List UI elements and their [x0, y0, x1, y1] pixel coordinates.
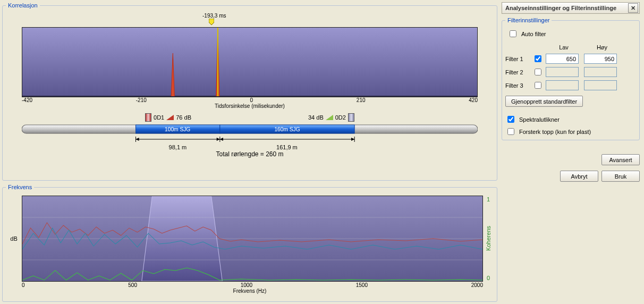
- filter2-check[interactable]: [534, 69, 542, 75]
- correlation-xlabel: Tidsforsinkelse (milisekunder): [22, 103, 478, 109]
- correlation-panel: Korrelasjon -193,3 ms: [2, 2, 497, 181]
- signal-strength-left-icon: [166, 115, 174, 120]
- freq-y-left: dB: [6, 235, 22, 242]
- signal-strength-right-icon: [326, 115, 333, 120]
- filter1-check[interactable]: [534, 55, 542, 62]
- close-button[interactable]: ✕: [628, 3, 638, 13]
- svg-marker-14: [217, 138, 220, 141]
- correlation-title: Korrelasjon: [6, 2, 40, 9]
- svg-marker-15: [220, 138, 223, 141]
- settings-titlebar: Analyseinnstillinger og Filterinnstillin…: [502, 2, 640, 14]
- filter1-label: Filter 1: [505, 56, 530, 62]
- svg-marker-13: [136, 138, 139, 141]
- apply-button[interactable]: Bruk: [601, 171, 640, 182]
- cancel-button[interactable]: Avbryt: [560, 171, 598, 182]
- svg-marker-5: [326, 115, 333, 120]
- filter3-high[interactable]: [584, 80, 617, 90]
- sensor-right-box-icon: [348, 113, 354, 122]
- frequency-panel: Frekvens dB: [2, 184, 497, 302]
- pipe-diagram: 100m SJG 160m SJG: [22, 124, 478, 134]
- filter3-label: Filter 3: [505, 82, 530, 89]
- restore-defaults-button[interactable]: Gjenopprett standardfilter: [505, 96, 583, 107]
- filter-settings-group: Filterinnstillinger Auto filter Lav Høy …: [502, 17, 640, 140]
- filter3-check[interactable]: [534, 82, 542, 89]
- frequency-title: Frekvens: [6, 184, 34, 190]
- filter2-label: Filter 2: [505, 69, 530, 75]
- filter1-high[interactable]: [584, 54, 617, 64]
- peak-marker-icon: [209, 19, 478, 25]
- sensor-left-db: 76 dB: [176, 114, 191, 121]
- sensor-left-id: 0D1: [154, 114, 164, 121]
- auto-filter-checkbox[interactable]: Auto filter: [507, 29, 636, 39]
- pipe-seg2: 160m SJG: [274, 126, 300, 132]
- svg-marker-0: [209, 19, 214, 25]
- sensor-left-box-icon: [145, 113, 151, 122]
- advanced-button[interactable]: Avansert: [601, 154, 640, 165]
- filter-grid: Lav Høy Filter 1 Filter 2 Filter 3: [505, 44, 636, 90]
- filter-group-title: Filterinnstillinger: [505, 17, 552, 23]
- svg-marker-16: [351, 138, 354, 141]
- dist-left: 98,1 m: [136, 144, 220, 150]
- filter2-low[interactable]: [546, 67, 579, 77]
- freq-xticks: 0 500 1000 1500 2000: [6, 282, 494, 288]
- sensor-row: 0D1 76 dB 34 dB 0D2: [22, 113, 478, 122]
- sensor-right-id: 0D2: [335, 114, 346, 121]
- freq-xlabel: Frekvens (Hz): [6, 288, 494, 294]
- svg-marker-4: [166, 115, 174, 120]
- correlation-xticks: -420 -210 0 210 420: [22, 97, 478, 103]
- total-length: Total rørlengde = 260 m: [22, 150, 478, 158]
- settings-title: Analyseinnstillinger og Filterinnstillin…: [505, 5, 616, 11]
- correlation-chart: [22, 27, 478, 97]
- high-header: Høy: [584, 44, 620, 50]
- spectral-equalizer-checkbox[interactable]: Spektralutlikner: [505, 114, 636, 124]
- filter2-high[interactable]: [584, 67, 617, 77]
- svg-rect-1: [22, 28, 477, 97]
- frequency-chart: [22, 196, 483, 282]
- pipe-seg1: 100m SJG: [165, 126, 190, 132]
- sensor-right-db: 34 dB: [308, 114, 324, 121]
- freq-y-right: Koherens: [485, 226, 492, 251]
- dist-right: 161,9 m: [219, 144, 354, 150]
- peak-label: -193,3 ms: [202, 13, 226, 19]
- filter3-low[interactable]: [546, 80, 579, 90]
- enhance-peak-checkbox[interactable]: Forsterk topp (kun for plast): [505, 126, 636, 137]
- low-header: Lav: [546, 44, 582, 50]
- filter1-low[interactable]: [546, 54, 579, 64]
